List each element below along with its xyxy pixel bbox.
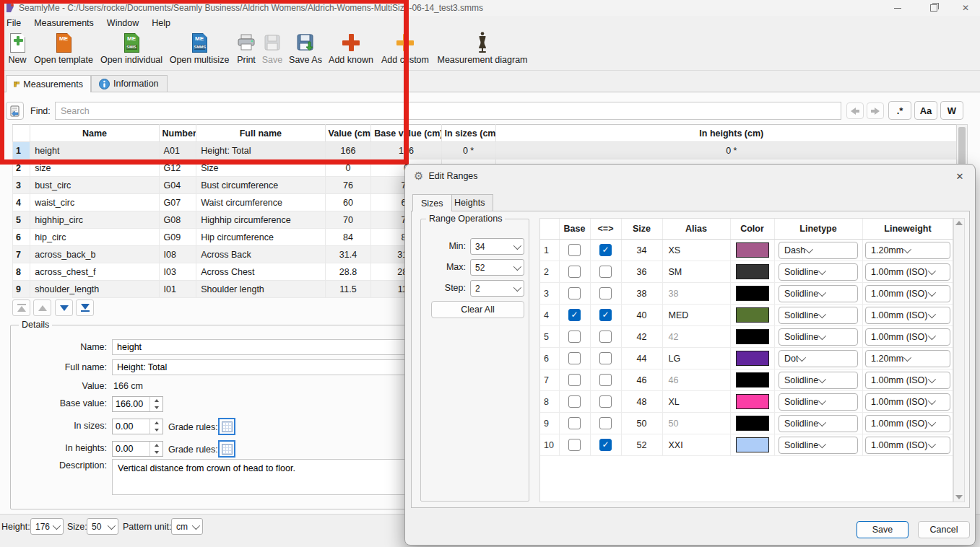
size-row[interactable]: 1 34 XS Dash 1.20mm bbox=[540, 240, 953, 261]
minimize-button[interactable] bbox=[888, 0, 908, 16]
cancel-button[interactable]: Cancel bbox=[918, 521, 970, 538]
step-down-icon[interactable] bbox=[150, 404, 162, 411]
lineweight-select[interactable]: 1.00mm (ISO) bbox=[865, 285, 950, 302]
base-checkbox[interactable] bbox=[568, 266, 581, 278]
menu-window[interactable]: Window bbox=[100, 16, 145, 30]
range-checkbox[interactable] bbox=[599, 287, 612, 299]
grade-rules-sizes-button[interactable] bbox=[218, 418, 235, 435]
base-checkbox[interactable] bbox=[568, 287, 581, 299]
grade-rules-heights-button[interactable] bbox=[218, 440, 235, 458]
new-button[interactable]: New bbox=[3, 31, 32, 69]
linetype-select[interactable]: Solidline bbox=[779, 372, 858, 389]
range-checkbox[interactable] bbox=[599, 374, 612, 386]
size-row[interactable]: 9 50 50 Solidline 1.00mm (ISO) bbox=[540, 413, 953, 434]
find-options-button[interactable] bbox=[6, 102, 24, 120]
size-row[interactable]: 3 38 38 Solidline 1.00mm (ISO) bbox=[540, 283, 953, 305]
color-swatch[interactable] bbox=[736, 416, 769, 431]
color-swatch[interactable] bbox=[736, 307, 769, 323]
scroll-up-icon[interactable] bbox=[955, 221, 963, 225]
base-checkbox[interactable] bbox=[568, 439, 581, 451]
linetype-select[interactable]: Solidline bbox=[779, 437, 858, 454]
restore-button[interactable] bbox=[924, 0, 944, 16]
step-up-icon[interactable] bbox=[150, 442, 162, 449]
lineweight-select[interactable]: 1.00mm (ISO) bbox=[865, 263, 950, 281]
size-row[interactable]: 6 44 LG Dot 1.20mm bbox=[540, 348, 953, 369]
color-swatch[interactable] bbox=[736, 329, 769, 344]
print-button[interactable]: Print bbox=[234, 31, 259, 69]
lineweight-select[interactable]: 1.00mm (ISO) bbox=[865, 372, 950, 389]
size-row[interactable]: 5 42 42 Solidline 1.00mm (ISO) bbox=[540, 326, 953, 348]
linetype-select[interactable]: Solidline bbox=[779, 263, 858, 281]
range-checkbox[interactable] bbox=[599, 331, 612, 343]
sizes-table-scrollbar[interactable] bbox=[953, 218, 965, 502]
color-swatch[interactable] bbox=[736, 372, 769, 388]
close-button[interactable]: ✕ bbox=[955, 0, 976, 16]
match-case-toggle-button[interactable]: Aa bbox=[914, 101, 937, 120]
find-previous-button[interactable] bbox=[846, 102, 864, 119]
color-swatch[interactable] bbox=[736, 264, 769, 279]
in-sizes-stepper[interactable] bbox=[112, 419, 163, 434]
range-checkbox[interactable] bbox=[599, 309, 612, 321]
save-button[interactable]: Save bbox=[261, 31, 284, 69]
clear-all-button[interactable]: Clear All bbox=[431, 301, 524, 318]
linetype-select[interactable]: Solidline bbox=[779, 415, 858, 432]
move-down-button[interactable] bbox=[55, 299, 73, 316]
step-select[interactable]: 2 bbox=[470, 280, 524, 297]
lineweight-select[interactable]: 1.00mm (ISO) bbox=[865, 415, 950, 432]
linetype-select[interactable]: Solidline bbox=[779, 285, 858, 302]
tab-information[interactable]: Information bbox=[91, 75, 168, 92]
min-select[interactable]: 34 bbox=[470, 238, 524, 255]
size-row[interactable]: 4 40 MED Solidline 1.00mm (ISO) bbox=[540, 305, 953, 326]
tab-sizes[interactable]: Sizes bbox=[412, 194, 452, 211]
linetype-select[interactable]: Solidline bbox=[779, 328, 858, 346]
base-checkbox[interactable] bbox=[568, 352, 581, 364]
add-known-button[interactable]: Add known bbox=[326, 31, 376, 69]
size-row[interactable]: 7 46 46 Solidline 1.00mm (ISO) bbox=[540, 369, 953, 391]
table-row[interactable]: 1heightA01Height: Total1661660 *0 * bbox=[13, 142, 968, 159]
step-down-icon[interactable] bbox=[150, 449, 162, 456]
size-row[interactable]: 10 52 XXI Solidline 1.00mm (ISO) bbox=[540, 434, 953, 456]
size-row[interactable]: 2 36 SM Solidline 1.00mm (ISO) bbox=[540, 261, 953, 283]
step-up-icon[interactable] bbox=[150, 397, 162, 404]
range-checkbox[interactable] bbox=[599, 395, 612, 408]
tab-measurements[interactable]: Measurements bbox=[6, 75, 91, 92]
linetype-select[interactable]: Solidline bbox=[779, 307, 858, 324]
base-value-stepper[interactable] bbox=[112, 396, 163, 412]
max-select[interactable]: 52 bbox=[470, 259, 524, 276]
color-swatch[interactable] bbox=[736, 351, 769, 366]
range-checkbox[interactable] bbox=[599, 266, 612, 278]
lineweight-select[interactable]: 1.20mm bbox=[865, 350, 950, 367]
search-input[interactable] bbox=[55, 102, 841, 120]
whole-word-toggle-button[interactable]: W bbox=[940, 101, 963, 120]
linetype-select[interactable]: Dash bbox=[779, 242, 858, 259]
base-checkbox[interactable] bbox=[568, 395, 581, 408]
open-template-button[interactable]: ME Open template bbox=[33, 31, 94, 69]
base-checkbox[interactable] bbox=[568, 374, 581, 386]
color-swatch[interactable] bbox=[736, 437, 769, 452]
lineweight-select[interactable]: 1.00mm (ISO) bbox=[865, 307, 950, 324]
measurement-diagram-button[interactable]: Measurement diagram bbox=[436, 31, 529, 69]
menu-file[interactable]: File bbox=[0, 16, 27, 30]
lineweight-select[interactable]: 1.00mm (ISO) bbox=[865, 437, 950, 454]
save-as-button[interactable]: Save As bbox=[287, 31, 324, 69]
scroll-down-icon[interactable] bbox=[955, 495, 963, 499]
color-swatch[interactable] bbox=[736, 286, 769, 301]
base-checkbox[interactable] bbox=[568, 331, 581, 343]
add-custom-button[interactable]: Add custom bbox=[378, 31, 432, 69]
lineweight-select[interactable]: 1.00mm (ISO) bbox=[865, 393, 950, 411]
color-swatch[interactable] bbox=[736, 394, 769, 409]
menu-help[interactable]: Help bbox=[145, 16, 177, 30]
base-checkbox[interactable] bbox=[568, 244, 581, 256]
open-multisize-button[interactable]: MESMMS Open multisize bbox=[168, 31, 230, 69]
move-to-bottom-button[interactable] bbox=[76, 299, 94, 316]
step-down-icon[interactable] bbox=[150, 426, 162, 434]
step-up-icon[interactable] bbox=[150, 419, 162, 426]
lineweight-select[interactable]: 1.00mm (ISO) bbox=[865, 328, 950, 346]
base-checkbox[interactable] bbox=[568, 309, 581, 321]
menu-measurements[interactable]: Measurements bbox=[27, 16, 100, 30]
move-up-button[interactable] bbox=[33, 299, 51, 316]
color-swatch[interactable] bbox=[736, 242, 769, 258]
pattern-unit-select[interactable]: cm bbox=[171, 518, 203, 535]
open-individual-button[interactable]: MESMIS Open individual bbox=[100, 31, 163, 69]
linetype-select[interactable]: Solidline bbox=[779, 393, 858, 411]
